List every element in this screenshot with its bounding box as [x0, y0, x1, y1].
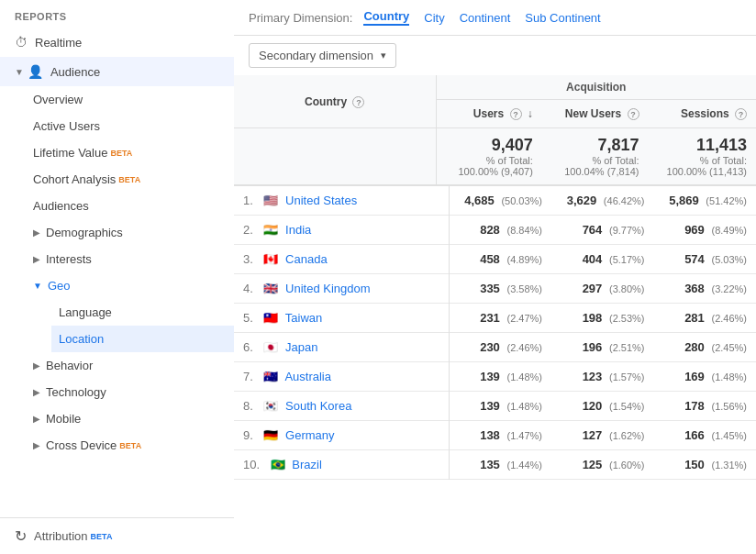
sidebar-item-location[interactable]: Location: [51, 326, 234, 352]
new-users-value: 404: [583, 252, 603, 266]
country-link[interactable]: Japan: [285, 340, 317, 354]
sidebar-item-label: Mobile: [46, 412, 81, 426]
rank-cell: 1.: [243, 194, 253, 207]
table-row: 10. 🇧🇷 Brazil 135 (1.44%) 125 (1.60%) 15…: [234, 450, 756, 480]
country-help-icon[interactable]: ?: [352, 96, 364, 108]
total-sessions: 11,413: [696, 136, 747, 154]
clock-icon: ⏱: [15, 35, 28, 50]
sidebar-item-label: Geo: [48, 279, 71, 293]
users-pct: (1.44%): [506, 460, 542, 471]
sessions-value: 574: [684, 252, 705, 266]
country-link[interactable]: United Kingdom: [285, 282, 371, 295]
dimension-city[interactable]: City: [424, 11, 444, 25]
sessions-pct: (3.22%): [711, 283, 747, 294]
country-link[interactable]: Brazil: [292, 458, 322, 471]
users-help-icon[interactable]: ?: [510, 108, 522, 120]
chevron-right-icon: ▶: [33, 227, 40, 238]
rank-cell: 9.: [243, 428, 253, 442]
chevron-right-icon: ▶: [33, 414, 40, 424]
users-col-header: Users: [473, 107, 504, 120]
expand-icon: ▼: [15, 67, 24, 77]
primary-dimension-bar: Primary Dimension: Country City Continen…: [234, 0, 756, 36]
table-row: 2. 🇮🇳 India 828 (8.84%) 764 (9.77%) 969 …: [234, 216, 756, 245]
total-new-users-sub: % of Total: 100.04% (7,814): [551, 155, 639, 177]
sidebar-item-label: Audiences: [33, 199, 89, 213]
chevron-down-icon: ▾: [381, 50, 386, 61]
sessions-pct: (1.31%): [711, 460, 747, 471]
sidebar-item-cross-device[interactable]: ▶ Cross Device BETA: [18, 432, 234, 459]
sidebar-item-interests[interactable]: ▶ Interests: [18, 246, 234, 272]
sidebar-item-language[interactable]: Language: [51, 299, 234, 326]
country-link[interactable]: United States: [285, 194, 357, 207]
sidebar-item-audience[interactable]: ▼ 👤 Audience: [0, 57, 234, 86]
sidebar-item-label: Location: [59, 332, 104, 346]
users-value: 138: [480, 428, 500, 442]
flag-icon: 🇬🇧: [263, 282, 278, 295]
sidebar-item-cohort-analysis[interactable]: Cohort Analysis BETA: [18, 166, 234, 193]
sidebar-item-label: Language: [59, 305, 112, 319]
sessions-help-icon[interactable]: ?: [735, 108, 747, 120]
sidebar-item-realtime[interactable]: ⏱ Realtime: [0, 28, 234, 57]
table-row: 1. 🇺🇸 United States 4,685 (50.03%) 3,629…: [234, 186, 756, 216]
dimension-sub-continent[interactable]: Sub Continent: [525, 11, 600, 25]
users-pct: (1.48%): [506, 371, 542, 382]
table-row: 6. 🇯🇵 Japan 230 (2.46%) 196 (2.51%) 280 …: [234, 333, 756, 362]
new-users-pct: (2.53%): [609, 313, 645, 324]
sidebar-item-lifetime-value[interactable]: Lifetime Value BETA: [18, 139, 234, 166]
rank-cell: 3.: [243, 252, 253, 266]
flag-icon: 🇰🇷: [263, 399, 278, 413]
users-value: 139: [480, 399, 500, 413]
sidebar-item-behavior[interactable]: ▶ Behavior: [18, 352, 234, 379]
flag-icon: 🇮🇳: [263, 223, 278, 237]
country-col-header: Country: [305, 95, 347, 108]
new-users-help-icon[interactable]: ?: [628, 108, 639, 120]
sessions-value: 178: [684, 399, 705, 413]
flag-icon: 🇩🇪: [263, 428, 278, 442]
country-link[interactable]: Canada: [285, 252, 328, 266]
sidebar-item-geo[interactable]: ▼ Geo: [18, 272, 234, 299]
sort-arrow: ↓: [528, 107, 533, 120]
sidebar-item-demographics[interactable]: ▶ Demographics: [18, 219, 234, 246]
sidebar-item-audiences[interactable]: Audiences: [18, 193, 234, 219]
sidebar-item-overview[interactable]: Overview: [18, 86, 234, 113]
new-users-value: 125: [583, 458, 603, 471]
sidebar-item-label: Lifetime Value: [33, 146, 107, 160]
dimension-country[interactable]: Country: [363, 9, 409, 26]
chevron-down-icon: ▼: [33, 281, 42, 291]
users-value: 828: [480, 223, 500, 237]
users-pct: (4.89%): [506, 254, 542, 265]
flag-icon: 🇹🇼: [263, 311, 278, 325]
attribution-nav[interactable]: ↻ Attribution BETA: [0, 517, 234, 554]
acquisition-header: Acquisition: [436, 75, 756, 100]
sessions-value: 169: [684, 370, 705, 383]
sessions-pct: (1.48%): [711, 371, 747, 382]
table-row: 8. 🇰🇷 South Korea 139 (1.48%) 120 (1.54%…: [234, 392, 756, 421]
reports-label: REPORTS: [0, 0, 234, 28]
country-link[interactable]: Australia: [284, 370, 331, 383]
new-users-value: 120: [583, 399, 603, 413]
rank-cell: 6.: [243, 340, 253, 354]
users-pct: (1.47%): [506, 430, 542, 441]
totals-row: 9,407 % of Total: 100.00% (9,407) 7,817 …: [234, 128, 756, 186]
users-value: 139: [480, 370, 500, 383]
new-users-pct: (2.51%): [609, 342, 645, 353]
attribution-label: Attribution: [34, 529, 88, 543]
table-row: 5. 🇹🇼 Taiwan 231 (2.47%) 198 (2.53%) 281…: [234, 304, 756, 333]
secondary-dimension-button[interactable]: Secondary dimension ▾: [249, 43, 396, 68]
sidebar-item-label: Technology: [46, 385, 106, 399]
sidebar-item-mobile[interactable]: ▶ Mobile: [18, 405, 234, 432]
chevron-right-icon: ▶: [33, 440, 40, 450]
users-value: 135: [480, 458, 500, 471]
rank-cell: 5.: [243, 311, 253, 325]
country-link[interactable]: South Korea: [285, 399, 351, 413]
sidebar-item-active-users[interactable]: Active Users: [18, 113, 234, 139]
sidebar-item-label: Audience: [50, 65, 100, 79]
country-link[interactable]: India: [285, 223, 311, 237]
users-pct: (1.48%): [506, 401, 542, 412]
country-link[interactable]: Germany: [285, 428, 334, 442]
new-users-pct: (1.57%): [609, 371, 645, 382]
dimension-continent[interactable]: Continent: [460, 11, 511, 25]
sessions-pct: (1.56%): [711, 401, 747, 412]
country-link[interactable]: Taiwan: [285, 311, 322, 325]
sidebar-item-technology[interactable]: ▶ Technology: [18, 379, 234, 405]
